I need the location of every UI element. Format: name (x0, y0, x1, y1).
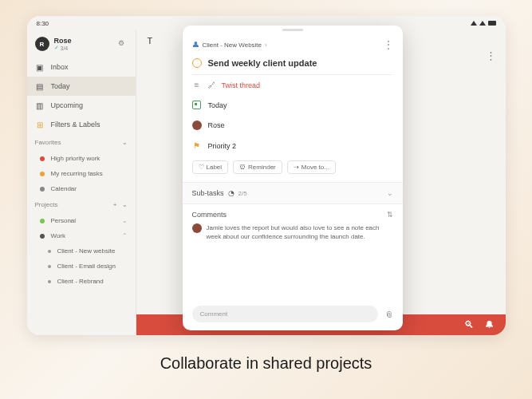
filters-icon: ⊞ (35, 120, 45, 129)
nav-today[interactable]: ▤Today (27, 77, 136, 96)
modal-header: 👤︎ Client - New Website › ⋮ (183, 31, 403, 55)
sidebar: R Rose ✓3/4 ⚙ ▣Inbox ▤Today ▥Upcoming ⊞F… (27, 30, 136, 335)
chevron-down-icon: ⌄ (122, 217, 128, 224)
progress-icon: ◔ (228, 189, 234, 197)
sort-icon[interactable]: ⇅ (387, 211, 393, 219)
color-dot (40, 156, 45, 161)
nav-filters[interactable]: ⊞Filters & Labels (27, 115, 136, 134)
comment-footer: Comment 📎︎ (183, 298, 403, 330)
user-name: Rose (54, 37, 72, 45)
breadcrumb[interactable]: 👤︎ Client - New Website › (192, 41, 267, 49)
wifi-icon (479, 21, 486, 26)
task-title: Send weekly client update (208, 58, 317, 68)
date-row[interactable]: Today (183, 95, 403, 115)
more-icon[interactable]: ⋮ (384, 39, 393, 50)
bell-icon[interactable]: 🔔︎ (485, 319, 495, 330)
task-detail-modal: 👤︎ Client - New Website › ⋮ Send weekly … (183, 26, 403, 330)
user-meta: ✓3/4 (54, 45, 72, 51)
avatar: R (35, 37, 49, 51)
tablet-frame: 8:30 R Rose ✓3/4 ⚙ ▣Inbox ▤Today ▥Upcomi… (27, 16, 506, 335)
chevron-right-icon: › (265, 41, 267, 49)
status-icons (471, 21, 496, 26)
project-item[interactable]: Work⌃ (27, 228, 136, 243)
attach-icon[interactable]: 📎︎ (384, 310, 393, 319)
color-dot (40, 172, 45, 176)
chevron-down-icon: ⌄ (122, 139, 128, 146)
chevron-up-icon: ⌃ (122, 232, 128, 239)
color-dot (48, 280, 51, 283)
comment-item: Jamie loves the report but would also lo… (192, 223, 393, 241)
color-dot (48, 250, 51, 253)
status-time: 8:30 (37, 20, 49, 27)
nav-upcoming[interactable]: ▥Upcoming (27, 96, 136, 115)
color-dot (48, 265, 51, 268)
project-item[interactable]: Personal⌄ (27, 213, 136, 228)
person-icon: 👤︎ (192, 41, 199, 49)
sidebar-header: R Rose ✓3/4 ⚙ (27, 30, 136, 57)
comments-section: Comments ⇅ Jamie loves the report but wo… (183, 204, 403, 247)
color-dot (40, 234, 45, 239)
reminder-chip[interactable]: ⏰︎Reminder (233, 160, 282, 174)
settings-icon[interactable]: ⚙ (118, 39, 128, 49)
assignee-row[interactable]: Rose (183, 115, 403, 136)
favorite-item[interactable]: My recurring tasks (27, 166, 136, 181)
flag-icon: ⚑ (192, 141, 202, 150)
clock-icon: ⏰︎ (239, 164, 246, 171)
project-child[interactable]: Client - Rebrand (27, 274, 136, 289)
projects-header[interactable]: Projects +⌄ (27, 196, 136, 213)
calendar-icon (192, 101, 201, 109)
twist-link[interactable]: Twist thread (222, 81, 261, 89)
moveto-chip[interactable]: ⇢Move to... (287, 160, 336, 174)
color-dot (40, 187, 45, 192)
assignee-avatar (192, 120, 202, 130)
favorite-item[interactable]: High priority work (27, 151, 136, 166)
comment-avatar (192, 223, 202, 233)
check-icon: ✓ (54, 45, 59, 51)
task-checkbox[interactable] (192, 58, 202, 68)
text-icon: ≡ (192, 81, 202, 89)
project-child[interactable]: Client - New website (27, 243, 136, 259)
chevron-down-icon: ⌄ (387, 189, 393, 197)
task-title-row: Send weekly client update (183, 55, 403, 74)
user-profile[interactable]: R Rose ✓3/4 (35, 37, 72, 51)
more-icon[interactable]: ⋮ (486, 49, 496, 61)
label-chip[interactable]: ♡Label (192, 160, 229, 174)
color-dot (40, 219, 45, 223)
tag-icon: ♡ (199, 164, 204, 171)
priority-row[interactable]: ⚑ Priority 2 (183, 136, 403, 156)
marketing-caption: Collaborate in shared projects (160, 354, 372, 373)
subtasks-section[interactable]: Sub-tasks ◔ 2/5 ⌄ (183, 182, 403, 204)
move-icon: ⇢ (294, 164, 299, 171)
today-icon: ▤ (35, 81, 45, 91)
action-chips: ♡Label ⏰︎Reminder ⇢Move to... (183, 156, 403, 182)
signal-icon (471, 21, 477, 26)
nav-inbox[interactable]: ▣Inbox (27, 57, 136, 77)
description-row[interactable]: ≡ 🔗︎ Twist thread (183, 75, 403, 95)
chevron-down-icon[interactable]: ⌄ (122, 201, 128, 208)
project-child[interactable]: Client - Email design (27, 259, 136, 274)
comment-input[interactable]: Comment (192, 306, 378, 322)
favorite-item[interactable]: Calendar (27, 181, 136, 196)
battery-icon (488, 21, 496, 26)
search-icon[interactable]: 🔍︎ (464, 319, 474, 330)
inbox-icon: ▣ (35, 62, 45, 72)
favorites-header[interactable]: Favorites ⌄ (27, 134, 136, 151)
upcoming-icon: ▥ (35, 101, 45, 110)
add-icon[interactable]: + (113, 201, 117, 208)
link-icon: 🔗︎ (208, 81, 215, 89)
